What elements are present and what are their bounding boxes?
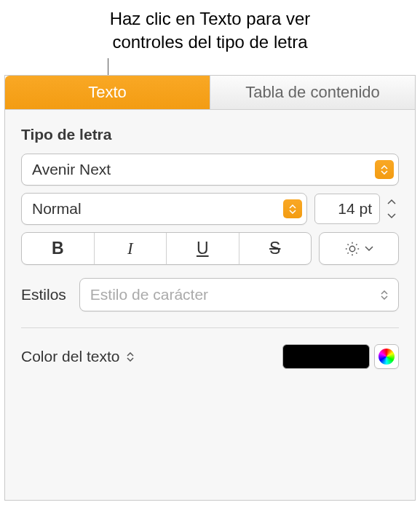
color-wheel-icon <box>379 349 395 365</box>
styles-row: Estilos Estilo de carácter <box>21 278 399 311</box>
strikethrough-button[interactable]: S <box>239 233 312 264</box>
color-swatch[interactable] <box>282 344 370 369</box>
callout-text: Haz clic en Texto para ver controles del… <box>0 0 420 57</box>
font-style-popup[interactable]: Normal <box>21 193 307 225</box>
font-size-field[interactable]: 14 pt <box>314 194 380 224</box>
callout-line1: Haz clic en Texto para ver <box>0 7 420 31</box>
tab-text[interactable]: Texto <box>5 76 210 109</box>
character-style-popup[interactable]: Estilo de carácter <box>79 278 399 311</box>
font-family-popup[interactable]: Avenir Next <box>21 154 399 186</box>
font-family-value: Avenir Next <box>32 161 111 178</box>
chevron-updown-icon <box>375 160 394 179</box>
stepper-down[interactable] <box>384 210 399 223</box>
font-section-title: Tipo de letra <box>21 126 399 143</box>
format-panel: Texto Tabla de contenido Tipo de letra A… <box>4 75 416 501</box>
styles-label: Estilos <box>21 286 66 303</box>
gear-icon <box>344 241 360 257</box>
text-color-popup[interactable]: Color del texto <box>21 348 134 365</box>
color-picker-button[interactable] <box>374 344 399 369</box>
font-size-stepper <box>384 195 399 223</box>
format-button-row: B I U S <box>21 232 399 265</box>
font-style-value: Normal <box>32 200 82 218</box>
text-color-row: Color del texto <box>5 328 415 385</box>
chevron-down-icon <box>365 246 373 252</box>
text-color-label: Color del texto <box>21 348 119 365</box>
underline-button[interactable]: U <box>167 233 239 264</box>
advanced-options-button[interactable] <box>319 232 399 265</box>
tab-bar: Texto Tabla de contenido <box>5 76 415 110</box>
chevron-updown-icon <box>283 199 302 218</box>
callout-line2: controles del tipo de letra <box>0 31 420 54</box>
font-size-group: 14 pt <box>314 193 399 225</box>
chevron-updown-icon <box>127 352 134 362</box>
italic-button[interactable]: I <box>95 233 167 264</box>
tab-toc[interactable]: Tabla de contenido <box>210 76 415 109</box>
stepper-up[interactable] <box>384 195 399 208</box>
color-controls <box>282 344 399 369</box>
character-style-placeholder: Estilo de carácter <box>90 286 208 303</box>
font-style-row: Normal 14 pt <box>21 193 399 225</box>
chevron-updown-icon <box>381 290 388 300</box>
format-segmented: B I U S <box>21 232 312 265</box>
bold-button[interactable]: B <box>22 233 95 264</box>
font-section: Tipo de letra Avenir Next Normal 14 pt <box>5 110 415 311</box>
